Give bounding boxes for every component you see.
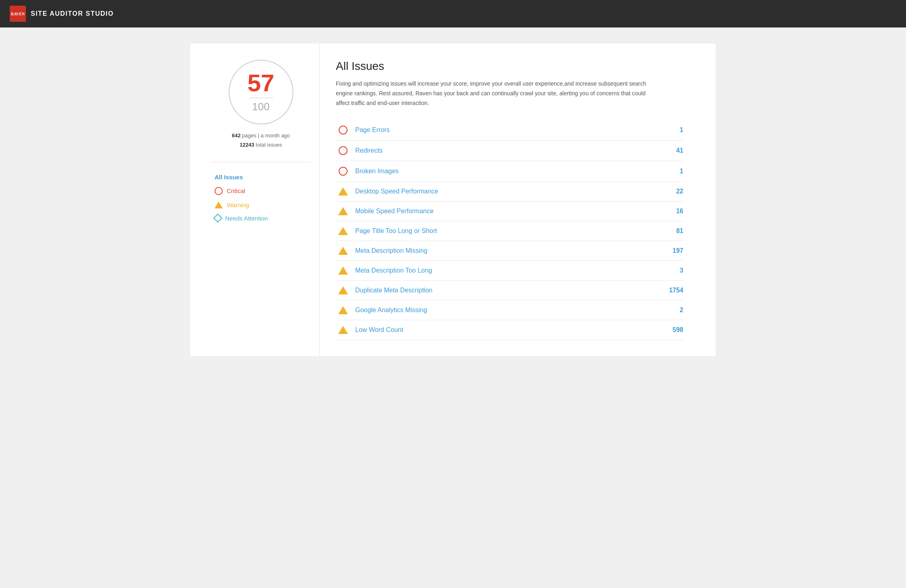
issue-row-meta-desc-long[interactable]: Meta Description Too Long3: [336, 261, 683, 281]
issue-row-meta-desc-missing[interactable]: Meta Description Missing197: [336, 241, 683, 261]
critical-icon-page-errors: [336, 126, 350, 134]
score-container: 57 100 642 pages | a month ago 12243 tot…: [211, 60, 311, 150]
nav-label-warning: Warning: [227, 202, 249, 208]
critical-icon-redirects: [336, 146, 350, 155]
warning-icon-mobile-speed: [336, 207, 350, 215]
issue-row-mobile-speed[interactable]: Mobile Speed Performance16: [336, 202, 683, 221]
content-description: Fixing and optimizing issues will increa…: [336, 79, 651, 108]
issue-count-low-word-count: 598: [659, 326, 683, 334]
issue-name-redirects: Redirects: [355, 147, 659, 154]
issue-row-redirects[interactable]: Redirects41: [336, 141, 683, 161]
nav-item-attention[interactable]: Needs Attention: [211, 212, 311, 225]
issue-count-meta-desc-missing: 197: [659, 247, 683, 254]
issue-name-meta-desc-missing: Meta Description Missing: [355, 247, 659, 254]
issue-name-google-analytics: Google Analytics Missing: [355, 307, 659, 314]
issue-count-mobile-speed: 16: [659, 208, 683, 215]
issue-count-desktop-speed: 22: [659, 188, 683, 195]
issue-count-google-analytics: 2: [659, 307, 683, 314]
issue-row-low-word-count[interactable]: Low Word Count598: [336, 320, 683, 340]
score-current: 57: [247, 71, 274, 95]
time-ago: a month ago: [261, 132, 290, 139]
total-issues-count: 12243: [240, 142, 254, 148]
sidebar-nav: All Issues Critical Warning Needs Attent…: [211, 162, 311, 225]
critical-icon: [215, 187, 223, 195]
issue-count-redirects: 41: [659, 147, 683, 154]
score-meta: 642 pages | a month ago 12243 total issu…: [232, 131, 290, 150]
score-divider: [249, 98, 273, 98]
issue-name-page-title: Page Title Too Long or Short: [355, 227, 659, 235]
score-circle: 57 100: [229, 60, 293, 124]
main-container: 57 100 642 pages | a month ago 12243 tot…: [190, 44, 716, 356]
issue-count-meta-desc-long: 3: [659, 267, 683, 274]
issue-row-page-errors[interactable]: Page Errors1: [336, 120, 683, 141]
pages-label: pages: [242, 132, 256, 139]
warning-icon-desktop-speed: [336, 187, 350, 195]
issue-name-broken-images: Broken Images: [355, 168, 659, 175]
svg-text:RAVEN: RAVEN: [11, 12, 25, 16]
issue-name-mobile-speed: Mobile Speed Performance: [355, 208, 659, 215]
nav-label-attention: Needs Attention: [225, 215, 268, 222]
attention-icon: [213, 214, 223, 223]
issue-name-duplicate-meta: Duplicate Meta Description: [355, 287, 659, 294]
issues-list: Page Errors1Redirects41Broken Images1Des…: [336, 120, 683, 340]
pages-info: 642 pages | a month ago: [232, 131, 290, 140]
logo-area: RAVEN SITE AUDITOR STUDIO: [10, 6, 114, 22]
nav-item-critical[interactable]: Critical: [211, 184, 311, 198]
issue-row-desktop-speed[interactable]: Desktop Speed Performance22: [336, 182, 683, 202]
issue-row-google-analytics[interactable]: Google Analytics Missing2: [336, 300, 683, 320]
warning-icon-google-analytics: [336, 306, 350, 314]
nav-all-issues[interactable]: All Issues: [211, 170, 311, 184]
issue-row-page-title[interactable]: Page Title Too Long or Short81: [336, 221, 683, 241]
nav-item-warning[interactable]: Warning: [211, 198, 311, 212]
issue-name-page-errors: Page Errors: [355, 126, 659, 134]
warning-icon-meta-desc-long: [336, 267, 350, 275]
warning-icon-meta-desc-missing: [336, 247, 350, 255]
raven-logo-icon: RAVEN: [10, 6, 26, 22]
app-header: RAVEN SITE AUDITOR STUDIO: [0, 0, 906, 27]
warning-icon-duplicate-meta: [336, 286, 350, 294]
warning-icon-page-title: [336, 227, 350, 235]
issue-count-broken-images: 1: [659, 168, 683, 175]
sidebar: 57 100 642 pages | a month ago 12243 tot…: [206, 44, 320, 356]
issue-row-duplicate-meta[interactable]: Duplicate Meta Description1754: [336, 281, 683, 300]
critical-icon-broken-images: [336, 167, 350, 176]
issue-count-page-title: 81: [659, 227, 683, 235]
issue-count-page-errors: 1: [659, 126, 683, 134]
issue-name-desktop-speed: Desktop Speed Performance: [355, 188, 659, 195]
page-title: All Issues: [336, 60, 683, 73]
nav-label-critical: Critical: [227, 187, 245, 194]
separator: |: [258, 132, 261, 139]
pages-count: 642: [232, 132, 241, 139]
warning-icon-low-word-count: [336, 326, 350, 334]
main-content: All Issues Fixing and optimizing issues …: [320, 44, 700, 356]
app-title: SITE AUDITOR STUDIO: [31, 10, 114, 17]
issue-count-duplicate-meta: 1754: [659, 287, 683, 294]
warning-icon: [215, 202, 223, 208]
issue-row-broken-images[interactable]: Broken Images1: [336, 161, 683, 182]
issue-name-meta-desc-long: Meta Description Too Long: [355, 267, 659, 274]
issues-info: 12243 total issues: [232, 140, 290, 149]
score-total: 100: [252, 101, 270, 113]
issue-name-low-word-count: Low Word Count: [355, 326, 659, 334]
